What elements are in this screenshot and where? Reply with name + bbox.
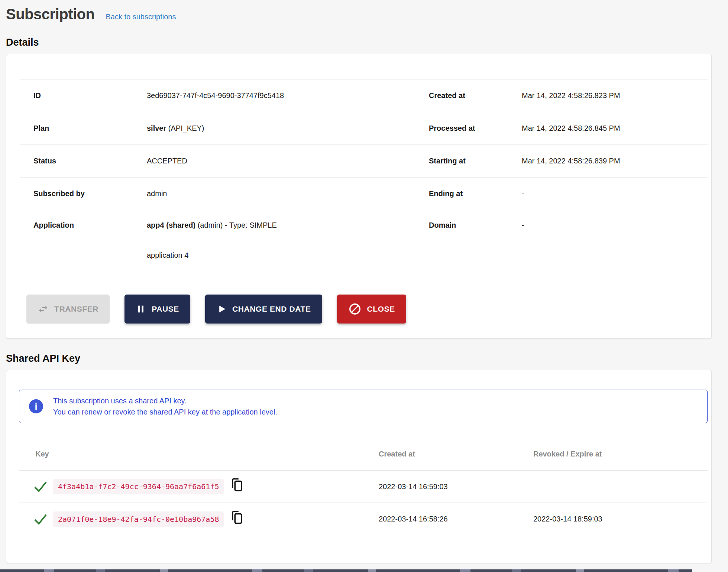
close-button-label: CLOSE (367, 305, 395, 313)
details-row-subscribed-by: Subscribed by admin Ending at - (20, 177, 708, 210)
application-title-line: app4 (shared) (admin) - Type: SIMPLE (147, 221, 415, 230)
pause-button[interactable]: PAUSE (124, 295, 190, 324)
application-owner-type: (admin) - Type: SIMPLE (195, 221, 277, 229)
info-icon: i (29, 399, 43, 413)
api-key-value: 2a071f0e-18e9-42fa-94fc-0e10ba967a58 (53, 511, 224, 527)
api-key-row: 4f3a4b1a-f7c2-49cc-9364-96aa7f6a61f5 202… (19, 471, 708, 503)
transfer-button-label: TRANSFER (54, 305, 98, 313)
subscription-page: Subscription Back to subscriptions Detai… (0, 0, 728, 563)
plan-value: silver (API_KEY) (147, 124, 415, 133)
block-icon (348, 302, 362, 316)
shared-key-info-line1: This subscription uses a shared API key. (53, 395, 277, 406)
api-key-value: 4f3a4b1a-f7c2-49cc-9364-96aa7f6a61f5 (53, 479, 224, 494)
change-end-date-button[interactable]: CHANGE END DATE (205, 295, 322, 324)
cutoff-content-strip (0, 569, 692, 572)
api-keys-table: Key Created at Revoked / Expire at 4f3a4… (19, 438, 708, 535)
domain-value: - (522, 221, 708, 230)
id-label: ID (20, 91, 147, 100)
application-name: app4 (shared) (147, 221, 195, 229)
transfer-button[interactable]: TRANSFER (26, 295, 110, 324)
starting-at-label: Starting at (415, 157, 522, 165)
details-heading: Details (6, 37, 712, 48)
ending-at-label: Ending at (415, 189, 522, 198)
details-row-application: Application app4 (shared) (admin) - Type… (20, 210, 708, 275)
processed-at-label: Processed at (415, 124, 522, 133)
id-value: 3ed69037-747f-4c54-9690-37747f9c5418 (147, 91, 415, 100)
details-card: ID 3ed69037-747f-4c54-9690-37747f9c5418 … (6, 54, 712, 339)
application-label: Application (20, 221, 147, 230)
close-subscription-button[interactable]: CLOSE (337, 295, 406, 324)
check-icon (34, 514, 47, 525)
application-description: application 4 (147, 251, 415, 260)
details-row-status: Status ACCEPTED Starting at Mar 14, 2022… (20, 144, 708, 177)
subscribed-by-label: Subscribed by (20, 189, 147, 198)
details-row-id: ID 3ed69037-747f-4c54-9690-37747f9c5418 … (20, 79, 708, 112)
copy-icon[interactable] (230, 477, 244, 493)
shared-key-info-line2: You can renew or revoke the shared API k… (53, 406, 277, 417)
details-row-plan: Plan silver (API_KEY) Processed at Mar 1… (20, 112, 708, 144)
created-at-value: Mar 14, 2022 4:58:26.823 PM (522, 91, 708, 100)
subscription-actions: TRANSFER PAUSE CHANGE END DATE CLOSE (26, 295, 708, 324)
ending-at-value: - (522, 189, 708, 198)
api-key-created-at: 2022-03-14 16:59:03 (379, 482, 533, 491)
page-header: Subscription Back to subscriptions (6, 0, 712, 23)
api-key-cell: 4f3a4b1a-f7c2-49cc-9364-96aa7f6a61f5 (19, 479, 379, 494)
change-end-date-button-label: CHANGE END DATE (232, 305, 311, 313)
api-key-created-at: 2022-03-14 16:58:26 (379, 515, 533, 523)
swap-arrows-icon (38, 303, 49, 315)
subscribed-by-value: admin (147, 189, 415, 198)
shared-api-key-heading: Shared API Key (6, 353, 712, 364)
api-key-cell: 2a071f0e-18e9-42fa-94fc-0e10ba967a58 (19, 511, 379, 527)
status-value: ACCEPTED (147, 157, 415, 165)
copy-icon[interactable] (230, 510, 244, 525)
processed-at-value: Mar 14, 2022 4:58:26.845 PM (522, 124, 708, 133)
application-value: app4 (shared) (admin) - Type: SIMPLE app… (147, 221, 415, 260)
domain-label: Domain (415, 221, 522, 230)
starting-at-value: Mar 14, 2022 4:58:26.839 PM (522, 157, 708, 165)
plan-type: (API_KEY) (166, 124, 204, 132)
key-column-header: Key (19, 450, 379, 458)
shared-key-info-text: This subscription uses a shared API key.… (53, 395, 277, 417)
revoked-expire-column-header: Revoked / Expire at (533, 450, 708, 458)
api-key-row: 2a071f0e-18e9-42fa-94fc-0e10ba967a58 202… (19, 503, 708, 535)
plan-label: Plan (20, 124, 147, 133)
check-icon (34, 481, 47, 492)
play-icon (216, 304, 227, 314)
status-label: Status (20, 157, 147, 165)
created-at-label: Created at (415, 91, 522, 100)
created-at-column-header: Created at (379, 450, 533, 458)
back-to-subscriptions-link[interactable]: Back to subscriptions (106, 13, 176, 21)
shared-api-key-card: i This subscription uses a shared API ke… (6, 370, 712, 563)
api-key-revoked-at: 2022-03-14 18:59:03 (533, 515, 708, 523)
shared-key-info-alert: i This subscription uses a shared API ke… (19, 390, 708, 423)
api-keys-table-header: Key Created at Revoked / Expire at (19, 438, 708, 471)
page-title: Subscription (6, 6, 94, 23)
plan-name: silver (147, 124, 166, 132)
pause-button-label: PAUSE (152, 305, 179, 313)
pause-icon (136, 304, 146, 314)
